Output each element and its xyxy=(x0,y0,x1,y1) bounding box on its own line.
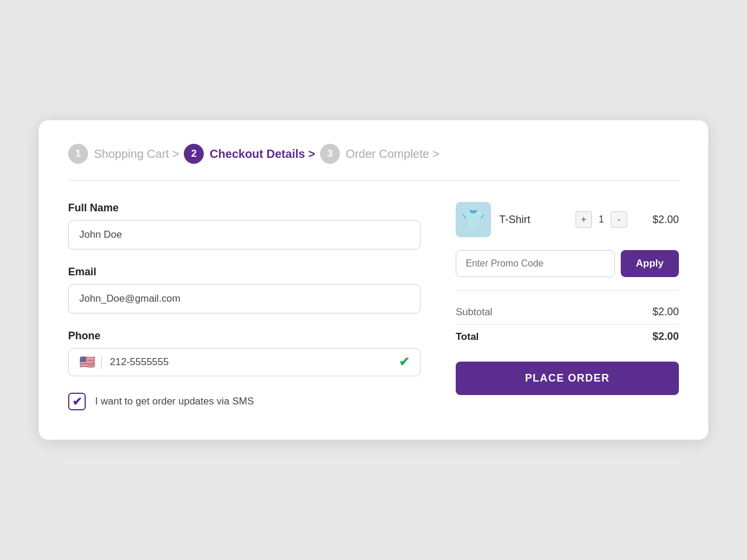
apply-button[interactable]: Apply xyxy=(621,250,679,277)
product-row: 👕 T-Shirt + 1 - $2.00 xyxy=(456,202,679,237)
subtotal-label: Subtotal xyxy=(456,306,492,318)
step-2: 2 Checkout Details > xyxy=(184,144,315,164)
email-group: Email xyxy=(68,266,420,313)
step1-number: 1 xyxy=(68,144,88,164)
promo-input[interactable] xyxy=(456,250,615,277)
step3-label: Order Complete > xyxy=(346,147,440,161)
us-flag-icon: 🇺🇸 xyxy=(79,355,95,370)
qty-decrease-button[interactable]: - xyxy=(611,211,627,228)
phone-group: Phone 🇺🇸 ✔ xyxy=(68,330,420,376)
phone-valid-icon: ✔ xyxy=(399,355,409,370)
qty-controls: + 1 - xyxy=(576,211,627,228)
phone-input-wrapper: 🇺🇸 ✔ xyxy=(68,348,420,376)
phone-divider xyxy=(101,355,102,369)
total-label: Total xyxy=(456,331,479,343)
sms-label: I want to get order updates via SMS xyxy=(95,396,254,407)
email-input[interactable] xyxy=(68,284,420,313)
place-order-button[interactable]: PLACE ORDER xyxy=(456,362,679,395)
total-value: $2.00 xyxy=(652,330,679,343)
full-name-input[interactable] xyxy=(68,220,420,249)
qty-increase-button[interactable]: + xyxy=(576,211,592,228)
full-name-group: Full Name xyxy=(68,202,420,249)
promo-row: Apply xyxy=(456,250,679,277)
step-1: 1 Shopping Cart > xyxy=(68,144,179,164)
sms-row: ✔ I want to get order updates via SMS xyxy=(68,393,420,410)
sms-check-icon: ✔ xyxy=(72,394,82,409)
sms-checkbox[interactable]: ✔ xyxy=(68,393,86,410)
order-summary: 👕 T-Shirt + 1 - $2.00 Apply Subtotal $2.… xyxy=(456,202,679,410)
email-label: Email xyxy=(68,266,420,278)
step3-number: 3 xyxy=(320,144,340,164)
subtotal-value: $2.00 xyxy=(652,306,679,318)
qty-value: 1 xyxy=(595,214,607,225)
step-3: 3 Order Complete > xyxy=(320,144,440,164)
phone-label: Phone xyxy=(68,330,420,342)
product-price: $2.00 xyxy=(644,214,679,226)
breadcrumb: 1 Shopping Cart > 2 Checkout Details > 3… xyxy=(68,144,679,181)
main-content: Full Name Email Phone 🇺🇸 ✔ ✔ xyxy=(68,202,679,410)
full-name-label: Full Name xyxy=(68,202,420,214)
step2-number: 2 xyxy=(184,144,204,164)
product-image: 👕 xyxy=(456,202,491,237)
step2-label: Checkout Details > xyxy=(210,147,315,161)
totals-section: Subtotal $2.00 Total $2.00 xyxy=(456,290,679,349)
checkout-card: 1 Shopping Cart > 2 Checkout Details > 3… xyxy=(39,120,708,440)
product-name: T-Shirt xyxy=(499,214,567,226)
phone-input[interactable] xyxy=(110,356,399,368)
step1-label: Shopping Cart > xyxy=(94,147,179,161)
form-section: Full Name Email Phone 🇺🇸 ✔ ✔ xyxy=(68,202,420,410)
total-row: Total $2.00 xyxy=(456,324,679,349)
subtotal-row: Subtotal $2.00 xyxy=(456,300,679,324)
